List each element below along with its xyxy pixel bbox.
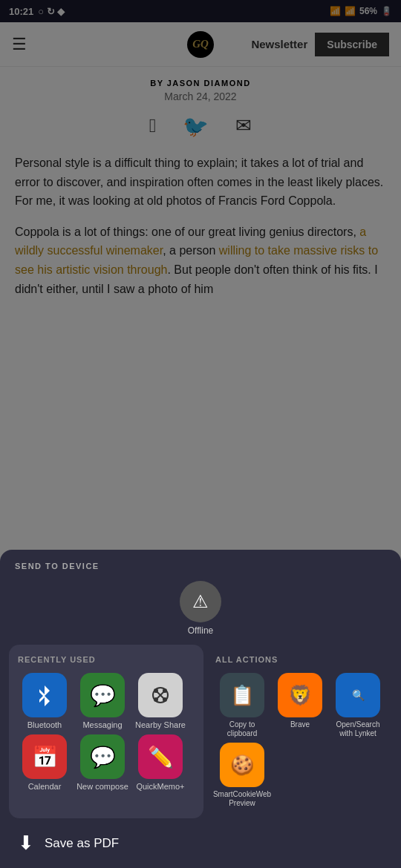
svg-point-3 [154, 688, 158, 693]
offline-icon: ⚠ [180, 581, 221, 622]
compose-label: New compose [76, 782, 128, 792]
nearby-share-item[interactable]: Nearby Share [134, 673, 187, 730]
lynket-app-icon: 🔍 [336, 673, 380, 717]
nearby-app-icon [138, 673, 183, 717]
recently-used-title: RECENTLY USED [18, 655, 195, 664]
smartcookie-label: SmartCookieWeb Preview [213, 790, 271, 808]
nearby-label: Nearby Share [135, 720, 186, 730]
smartcookie-app-icon: 🍪 [220, 743, 264, 787]
calendar-item[interactable]: 📅 Calendar [18, 734, 71, 792]
offline-label: Offline [188, 625, 213, 636]
bluetooth-label: Bluetooth [27, 720, 62, 730]
save-pdf-label: Save as PDF [45, 836, 119, 851]
smartcookie-item[interactable]: 🍪 SmartCookieWeb Preview [215, 743, 269, 808]
compose-app-icon: 💬 [80, 734, 125, 779]
new-compose-item[interactable]: 💬 New compose [76, 734, 129, 792]
bluetooth-item[interactable]: Bluetooth [18, 673, 71, 730]
svg-point-4 [163, 688, 167, 693]
clipboard-label: Copy to clipboard [215, 720, 269, 738]
quickmemo-item[interactable]: ✏️ QuickMemo+ [134, 734, 187, 792]
brave-app-icon: 🦁 [278, 673, 322, 717]
recently-used-grid: Bluetooth 💬 Messaging [18, 673, 195, 792]
clipboard-app-icon: 📋 [220, 673, 264, 717]
calendar-app-icon: 📅 [22, 734, 67, 779]
svg-point-6 [163, 697, 167, 702]
offline-device-item[interactable]: ⚠ Offline [15, 581, 386, 636]
svg-point-5 [154, 697, 158, 702]
all-actions-title: ALL ACTIONS [215, 655, 392, 664]
all-actions-grid: 📋 Copy to clipboard 🦁 Brave 🔍 Open/Searc… [215, 673, 392, 808]
actions-split: RECENTLY USED Bluetooth 💬 Messaging [9, 645, 392, 818]
send-to-device-section: SEND TO DEVICE ⚠ Offline [0, 550, 401, 645]
clipboard-item[interactable]: 📋 Copy to clipboard [215, 673, 269, 738]
brave-label: Brave [290, 720, 310, 729]
recently-used-box: RECENTLY USED Bluetooth 💬 Messaging [9, 645, 203, 818]
lynket-item[interactable]: 🔍 Open/Search with Lynket [331, 673, 385, 738]
all-actions-box: ALL ACTIONS 📋 Copy to clipboard 🦁 Brave [209, 645, 392, 818]
brave-item[interactable]: 🦁 Brave [273, 673, 327, 738]
lynket-label: Open/Search with Lynket [331, 720, 385, 738]
send-to-device-label: SEND TO DEVICE [15, 562, 386, 571]
save-pdf-icon: ⬇ [18, 832, 34, 855]
messaging-item[interactable]: 💬 Messaging [76, 673, 129, 730]
save-pdf-row[interactable]: ⬇ Save as PDF [0, 818, 401, 868]
calendar-label: Calendar [28, 782, 62, 792]
quickmemo-app-icon: ✏️ [138, 734, 183, 779]
quickmemo-label: QuickMemo+ [136, 782, 184, 792]
messaging-label: Messaging [82, 720, 122, 730]
share-sheet: SEND TO DEVICE ⚠ Offline RECENTLY USED B… [0, 550, 401, 868]
bluetooth-app-icon [22, 673, 67, 717]
messaging-app-icon: 💬 [80, 673, 125, 717]
